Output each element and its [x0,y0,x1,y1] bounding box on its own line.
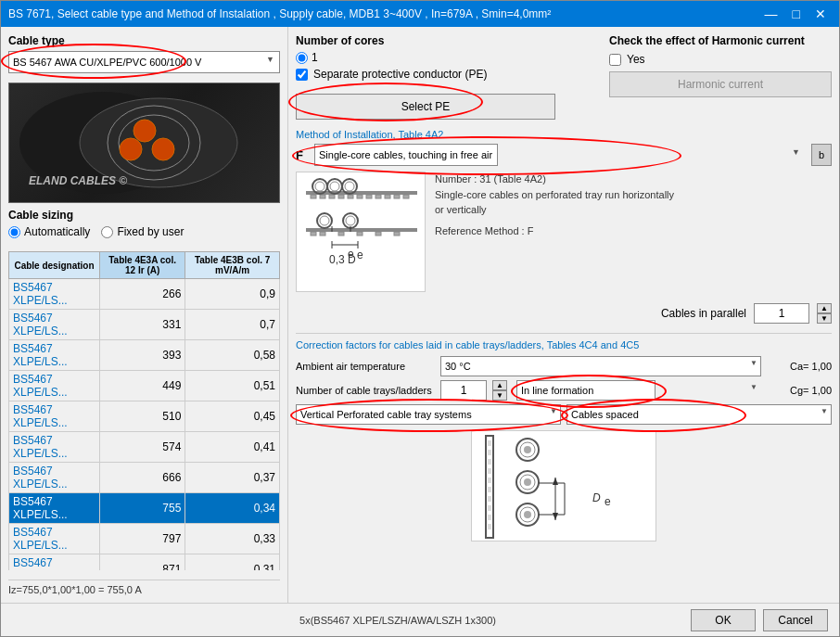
svg-rect-47 [488,450,491,455]
svg-rect-9 [311,195,316,198]
table-row[interactable]: BS5467 XLPE/LS... 331 0,7 [9,310,280,340]
cell-mv: 0,58 [185,340,280,371]
cell-name: BS5467 XLPE/LS... [9,493,100,524]
svg-point-34 [320,216,329,225]
svg-rect-27 [311,232,316,236]
cores-1-radio[interactable] [296,52,308,64]
svg-rect-52 [488,496,491,502]
svg-text:D: D [592,491,601,504]
maximize-button[interactable]: □ [787,6,806,21]
auto-radio-label[interactable]: Automatically [8,225,90,238]
minimize-button[interactable]: — [759,6,783,21]
trays-spin-up[interactable]: ▲ [492,380,507,390]
cell-name: BS5467 XLPE/LS... [9,554,100,571]
svg-point-25 [345,182,354,191]
cell-name: BS5467 XLPE/LS... [9,371,100,401]
cg-value: Cg= 1,00 [767,385,832,396]
method-dropdown[interactable]: Single-core cables, touching in free air [314,144,498,166]
ambient-dropdown[interactable]: 30 °C [440,356,761,376]
cores-1-label[interactable]: 1 [296,51,602,64]
table-row[interactable]: BS5467 XLPE/LS... 449 0,51 [9,371,280,401]
ambient-label: Ambient air temperature [296,361,435,372]
svg-point-36 [346,216,355,225]
harmonic-button[interactable]: Harmonic current [609,71,832,97]
method-description: Number : 31 (Table 4A2) Single-core cabl… [435,172,832,292]
method-diagram: 0,3 D e e [296,172,426,292]
svg-rect-12 [338,195,344,198]
trays-spin-down[interactable]: ▼ [492,390,507,401]
close-button[interactable]: ✕ [809,6,832,21]
separate-pe-row: Separate protective conductor (PE) [296,68,602,81]
cable-tray-section: Vertical Perforated cable tray systems C… [296,404,832,425]
fixed-radio[interactable] [101,226,113,238]
method-info-button[interactable]: b [811,144,832,166]
cell-ir: 266 [99,279,185,310]
parallel-row: Cables in parallel ▲ ▼ [296,303,832,324]
cable-table: Cable designation Table 4E3A col. 12 Ir … [8,251,280,570]
select-pe-button[interactable]: Select PE [296,94,555,120]
ok-button[interactable]: OK [691,609,756,631]
separate-pe-checkbox[interactable] [296,69,308,81]
svg-rect-46 [488,440,491,446]
col-ir: Table 4E3A col. 12 Ir (A) [99,252,185,279]
cable-type-dropdown[interactable]: BS 5467 AWA CU/XLPE/PVC 600/1000 V [8,51,280,73]
svg-rect-51 [488,487,491,492]
table-row[interactable]: BS5467 XLPE/LS... 393 0,58 [9,340,280,371]
bottom-bar: 5x(BS5467 XLPE/LSZH/AWA/LSZH 1x300) OK C… [1,603,839,636]
parallel-input[interactable] [754,303,809,324]
auto-radio[interactable] [8,226,20,238]
cell-ir: 666 [99,463,185,493]
svg-rect-10 [320,195,325,198]
harmonic-checkbox-row: Yes [609,53,832,66]
num-cores-label: Number of cores [296,34,602,47]
svg-rect-30 [357,232,363,236]
table-row[interactable]: BS5467 XLPE/LS... 797 0,33 [9,524,280,554]
cell-ir: 574 [99,432,185,463]
svg-rect-19 [403,195,409,198]
tray-diagram-svg: D e [472,431,657,542]
cable-sizing-label: Cable sizing [8,209,280,222]
parallel-spin-up[interactable]: ▲ [817,303,832,313]
svg-point-5 [152,138,174,160]
method-prefix: F [296,148,309,162]
correction-title: Correction factors for cables laid in ca… [296,339,832,350]
svg-rect-55 [488,524,491,529]
cell-mv: 0,37 [185,463,280,493]
svg-point-23 [330,182,339,191]
harmonic-checkbox[interactable] [609,54,621,66]
cable-image: ELAND CABLES © [8,83,280,203]
table-row[interactable]: BS5467 XLPE/LS... 871 0,31 [9,554,280,571]
cell-ir: 393 [99,340,185,371]
cell-name: BS5467 XLPE/LS... [9,401,100,432]
table-row[interactable]: BS5467 XLPE/LS... 666 0,37 [9,463,280,493]
cell-mv: 0,51 [185,371,280,401]
harmonic-label: Check the effect of Harmonic current [609,34,832,47]
fixed-radio-label[interactable]: Fixed by user [101,225,184,238]
parallel-spin-down[interactable]: ▼ [817,313,832,324]
svg-text:e: e [357,248,363,261]
cell-name: BS5467 XLPE/LS... [9,279,100,310]
table-row[interactable]: BS5467 XLPE/LS... 510 0,45 [9,401,280,432]
cancel-button[interactable]: Cancel [763,609,828,631]
svg-rect-50 [488,478,491,483]
method-diagram-svg: 0,3 D e e [297,172,425,291]
trays-input[interactable] [440,380,487,401]
cell-name: BS5467 XLPE/LS... [9,310,100,340]
cell-ir: 449 [99,371,185,401]
cell-mv: 0,34 [185,493,280,524]
svg-point-61 [524,478,531,486]
tray-type-dropdown[interactable]: Vertical Perforated cable tray systems [296,404,561,425]
cell-mv: 0,9 [185,279,280,310]
svg-point-58 [524,446,531,453]
svg-rect-13 [348,195,353,198]
table-row[interactable]: BS5467 XLPE/LS... 266 0,9 [9,279,280,310]
arrangement-dropdown[interactable]: Cables spaced [566,404,832,425]
cell-mv: 0,31 [185,554,280,571]
formation-dropdown[interactable]: In line formation [516,380,655,401]
cell-ir: 871 [99,554,185,571]
cell-mv: 0,45 [185,401,280,432]
table-row[interactable]: BS5467 XLPE/LS... 755 0,34 [9,493,280,524]
svg-point-4 [134,120,156,142]
svg-rect-49 [488,468,491,474]
table-row[interactable]: BS5467 XLPE/LS... 574 0,41 [9,432,280,463]
